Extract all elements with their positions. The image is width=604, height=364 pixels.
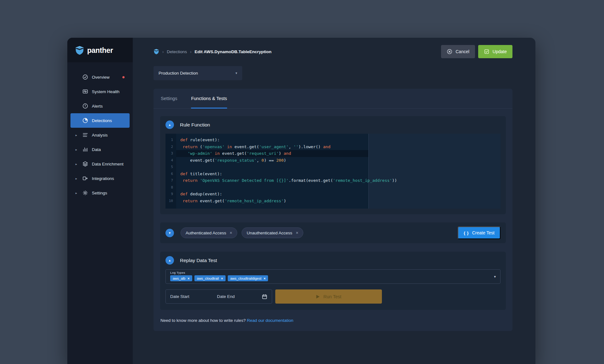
- code-line[interactable]: 4 event.get('response_status', 0) == 200…: [165, 157, 501, 164]
- cancel-button[interactable]: Cancel: [441, 45, 475, 58]
- create-test-button[interactable]: { } Create Test: [458, 227, 501, 239]
- rule-function-title: Rule Function: [180, 122, 210, 128]
- test-chip-authenticated-access[interactable]: Authenticated Access×: [181, 227, 237, 238]
- code-line[interactable]: 6def title(event):: [165, 171, 501, 177]
- code-line[interactable]: 5: [165, 164, 501, 171]
- chevron-right-icon: ▸: [76, 133, 77, 137]
- breadcrumb: ›Detections›Edit AWS.DynamoDB.TableEncry…: [154, 49, 271, 54]
- sidebar-item-data-enrichment[interactable]: ▸Data Enrichment: [70, 157, 130, 171]
- chevron-right-icon: ▸: [76, 191, 77, 195]
- code-line[interactable]: 8: [165, 184, 501, 191]
- remove-test-icon[interactable]: ×: [296, 231, 298, 235]
- replay-header: ▴ Replay Data Test: [165, 256, 501, 265]
- code-text: return event.get('remote_host_ip_address…: [176, 198, 286, 204]
- date-start-placeholder: Date Start: [170, 294, 189, 299]
- system-health-icon: [82, 88, 88, 95]
- detection-type-select[interactable]: Production Detection ▾: [154, 66, 242, 80]
- sidebar-item-alerts[interactable]: Alerts: [70, 99, 130, 113]
- sidebar-item-detections[interactable]: Detections: [70, 113, 130, 128]
- sidebar-item-label: Data Enrichment: [92, 162, 124, 166]
- chevron-down-icon: ▾: [169, 231, 171, 235]
- chevron-right-icon: ▸: [76, 162, 77, 166]
- log-types-select[interactable]: Log Types aws_alb×aws_cloudtrail×aws_clo…: [165, 269, 501, 284]
- tab-settings[interactable]: Settings: [161, 89, 177, 108]
- line-number: 9: [165, 191, 176, 198]
- collapse-replay-button[interactable]: ▴: [165, 256, 174, 265]
- code-line[interactable]: 10 return event.get('remote_host_ip_addr…: [165, 198, 501, 204]
- code-line[interactable]: 3 'wp-admin' in event.get('request_uri')…: [165, 150, 501, 157]
- replay-data-test-panel: ▴ Replay Data Test Log Types aws_alb×aws…: [160, 252, 506, 310]
- sidebar-item-label: Settings: [92, 191, 107, 195]
- detections-icon: [82, 117, 88, 124]
- line-number: 8: [165, 184, 176, 191]
- replay-title: Replay Data Test: [180, 258, 217, 263]
- log-type-label: aws_cloudtrail: [197, 277, 219, 280]
- code-text: 'wp-admin' in event.get('request_uri') a…: [176, 150, 291, 157]
- breadcrumb-separator: ›: [190, 49, 191, 54]
- test-chip-label: Unauthenticated Access: [247, 231, 292, 235]
- run-test-button[interactable]: Run Test: [275, 289, 382, 304]
- line-number: 4: [165, 157, 176, 164]
- docs-note-text: Need to know more about how to write rul…: [160, 318, 247, 323]
- tab-functions-tests[interactable]: Functions & Tests: [191, 89, 227, 108]
- log-type-chip-aws-alb[interactable]: aws_alb×: [170, 275, 192, 281]
- calendar-icon[interactable]: [262, 294, 267, 300]
- date-range-input[interactable]: Date Start Date End: [165, 289, 272, 304]
- log-type-label: aws_alb: [173, 277, 185, 280]
- sidebar-item-system-health[interactable]: System Health: [70, 84, 130, 99]
- date-end-placeholder: Date End: [217, 294, 235, 299]
- chevron-right-icon: ▸: [76, 177, 77, 180]
- collapse-rule-function-button[interactable]: ▴: [165, 120, 174, 129]
- sidebar-item-data[interactable]: ▸Data: [70, 142, 130, 157]
- remove-log-type-icon[interactable]: ×: [264, 277, 266, 280]
- code-line[interactable]: 1def rule(event):: [165, 137, 501, 143]
- log-type-chip-aws-cloudtraildigest[interactable]: aws_cloudtraildigest×: [228, 275, 268, 281]
- test-chip-unauthenticated-access[interactable]: Unauthenticated Access×: [242, 227, 303, 238]
- page-body: Production Detection ▾ SettingsFunctions…: [133, 65, 535, 344]
- code-line[interactable]: 9def dedup(event):: [165, 191, 501, 198]
- sidebar-item-overview[interactable]: Overview: [70, 70, 130, 84]
- remove-log-type-icon[interactable]: ×: [221, 277, 223, 280]
- expand-tests-button[interactable]: ▾: [165, 229, 174, 237]
- save-check-icon: [484, 49, 489, 54]
- date-row: Date Start Date End: [165, 289, 501, 304]
- play-icon: [316, 294, 320, 299]
- analysis-icon: [82, 132, 88, 138]
- chevron-down-icon: ▾: [235, 71, 237, 75]
- line-number: 1: [165, 137, 176, 143]
- sidebar-item-label: Alerts: [92, 104, 103, 109]
- code-editor[interactable]: 1def rule(event):2 return ('openvas' in …: [165, 134, 501, 209]
- app-window: panther OverviewSystem HealthAlertsDetec…: [67, 38, 535, 364]
- data-icon: [82, 146, 88, 153]
- create-test-label: Create Test: [472, 230, 495, 235]
- sidebar-item-integrations[interactable]: ▸Integrations: [70, 171, 130, 186]
- remove-log-type-icon[interactable]: ×: [187, 277, 189, 280]
- chevron-up-icon: ▴: [169, 123, 171, 127]
- test-chip-label: Authenticated Access: [186, 231, 226, 235]
- docs-note: Need to know more about how to write rul…: [160, 318, 506, 323]
- breadcrumb-separator: ›: [162, 49, 164, 54]
- tabs: SettingsFunctions & Tests: [154, 89, 512, 109]
- sidebar-item-settings[interactable]: ▸Settings: [70, 186, 130, 200]
- log-type-label: aws_cloudtraildigest: [230, 277, 261, 280]
- alerts-icon: [82, 103, 88, 109]
- topbar: ›Detections›Edit AWS.DynamoDB.TableEncry…: [133, 38, 535, 65]
- log-types-label: Log Types: [170, 271, 488, 274]
- sidebar-item-analysis[interactable]: ▸Analysis: [70, 128, 130, 142]
- chevron-up-icon: ▴: [169, 258, 171, 262]
- update-button[interactable]: Update: [478, 45, 512, 58]
- code-text: def rule(event):: [176, 137, 220, 143]
- panther-logo[interactable]: panther: [67, 38, 133, 62]
- circle-x-icon: [447, 49, 452, 54]
- test-chips: Authenticated Access×Unauthenticated Acc…: [181, 227, 303, 238]
- log-type-chip-aws-cloudtrail[interactable]: aws_cloudtrail×: [194, 275, 226, 281]
- docs-link[interactable]: Read our documentation: [247, 318, 294, 323]
- chevron-right-icon: ▸: [76, 148, 77, 151]
- code-line[interactable]: 2 return ('openvas' in event.get('user_a…: [165, 143, 501, 150]
- tests-panel: ▾ Authenticated Access×Unauthenticated A…: [160, 222, 506, 243]
- breadcrumb-link[interactable]: Detections: [167, 49, 187, 54]
- code-line[interactable]: 7 return 'OpenVAS Scanner Detected from …: [165, 177, 501, 184]
- remove-test-icon[interactable]: ×: [230, 231, 232, 235]
- code-text: return ('openvas' in event.get('user_age…: [176, 143, 330, 150]
- overview-icon: [82, 74, 88, 80]
